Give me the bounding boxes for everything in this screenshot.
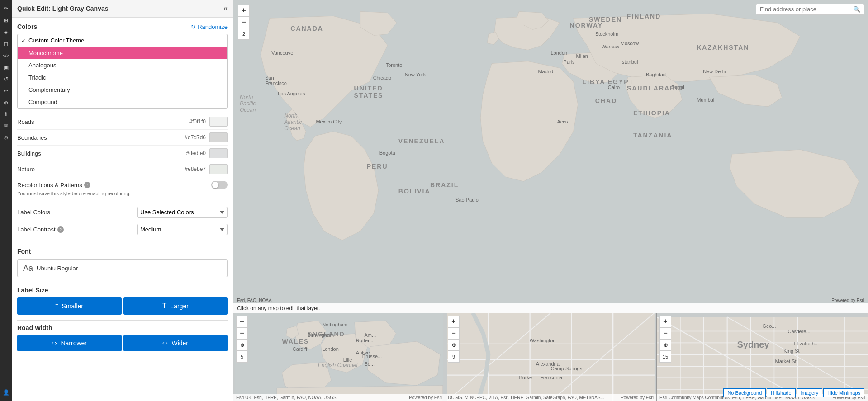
europe-zoom-in[interactable]: + [236,316,248,327]
checkmark-icon: ✓ [21,38,26,44]
wash-locate[interactable]: ⊕ [448,339,460,351]
nature-color-row: Nature #e8ebe7 [17,161,228,177]
tab-imagery[interactable]: Imagery [797,388,823,397]
road-width-section: Road Width ⇔ Narrower ⇔ Wider [17,324,228,351]
europe-minimap-svg [233,313,445,401]
tab-hillshade[interactable]: Hillshade [767,388,795,397]
minimap-row: ENGLAND Nottingham Birmingham Cardiff Lo… [233,313,868,401]
label-colors-row: Label Colors Use Selected Colors Use Ori… [17,204,228,221]
dropdown-item-triadic[interactable]: Triadic [18,71,227,84]
road-width-divider [17,320,228,321]
sydney-zoom-in[interactable]: + [659,316,671,327]
wash-zoom-in[interactable]: + [448,316,460,327]
europe-locate[interactable]: ⊕ [236,339,248,351]
main-attribution: Esri, FAO, NOAA [237,298,272,303]
map-container[interactable]: CANADA UNITEDSTATES BRAZIL VENEZUELA PER… [233,0,868,401]
road-width-buttons: ⇔ Narrower ⇔ Wider [17,335,228,351]
sydney-zoom-out[interactable]: − [659,327,671,339]
label-size-section: Label Size T Smaller T Larger [17,287,228,315]
panel-title: Quick Edit: Light Gray Canvas [17,5,109,12]
shapes-icon[interactable]: ◻ [1,39,11,49]
smaller-button[interactable]: T Smaller [17,297,122,315]
narrower-icon: ⇔ [52,340,57,347]
recolor-help-icon[interactable]: ? [84,182,90,188]
label-contrast-help-icon[interactable]: ? [57,226,64,233]
sydney-locate[interactable]: ⊕ [659,339,671,351]
tab-hide-minimaps[interactable]: Hide Minimaps [823,388,864,397]
europe-map-controls: + − ⊕ 5 [236,316,248,363]
font-divider [17,244,228,244]
label-colors-select[interactable]: Use Selected Colors Use Original Colors … [137,207,228,218]
label-colors-label: Label Colors [17,209,137,216]
dropdown-header[interactable]: ✓ Custom Color Theme [18,34,227,47]
recolor-toggle[interactable] [211,181,228,189]
buildings-swatch[interactable] [209,148,228,158]
narrower-label: Narrower [61,340,87,347]
color-theme-dropdown[interactable]: ✓ Custom Color Theme Monochrome Analogou… [17,34,228,109]
mail-icon[interactable]: ✉ [1,121,11,131]
world-map-svg [233,0,868,313]
layers-icon[interactable]: ⊞ [1,15,11,25]
roads-label: Roads [17,118,189,125]
buildings-color-row: Buildings #dedfe0 [17,146,228,161]
rotate-icon[interactable]: ↺ [1,74,11,84]
roads-hex: #f0f1f0 [189,118,206,125]
sydney-zoom-level: 15 [659,351,671,363]
minimap-europe[interactable]: ENGLAND Nottingham Birmingham Cardiff Lo… [233,313,445,401]
undo-icon[interactable]: ↩ [1,86,11,96]
save-icon[interactable]: ▣ [1,62,11,72]
left-sidebar: ✏ ⊞ ◈ ◻ </> ▣ ↺ ↩ ⊕ ℹ ✉ ⚙ 👤 [0,0,12,401]
paint-icon[interactable]: ◈ [1,27,11,37]
settings-icon[interactable]: ⚙ [1,133,11,143]
collapse-button[interactable]: « [223,5,228,13]
boundaries-label: Boundaries [17,134,185,141]
europe-minimap-info: Esri UK, Esri, HERE, Garmin, FAO, NOAA, … [233,394,445,401]
dropdown-item-analogous[interactable]: Analogous [18,59,227,71]
minimap-washington[interactable]: Washington Alexandria Camp Springs Franc… [445,313,657,401]
map-search-bar[interactable]: 🔍 [756,4,864,15]
randomize-button[interactable]: ↻ Randomize [191,24,228,30]
narrower-button[interactable]: ⇔ Narrower [17,335,122,351]
europe-zoom-out[interactable]: − [236,327,248,339]
smaller-icon: T [55,304,58,309]
europe-attribution: Esri UK, Esri, HERE, Garmin, FAO, NOAA, … [236,395,337,400]
boundaries-color-row: Boundaries #d7d7d6 [17,130,228,146]
map-click-hint: Click on any map to edit that layer. [233,303,868,313]
randomize-icon: ↻ [191,24,196,30]
wider-button[interactable]: ⇔ Wider [123,335,228,351]
buildings-label: Buildings [17,150,186,157]
code-icon[interactable]: </> [1,51,11,61]
tab-no-background[interactable]: No Background [723,388,766,397]
pencil-icon[interactable]: ✏ [1,4,11,14]
wash-zoom-out[interactable]: − [448,327,460,339]
label-size-buttons: T Smaller T Larger [17,297,228,315]
minimap-sydney[interactable]: Sydney Castlere... Elizabeth... King St … [657,313,868,401]
dropdown-item-compound[interactable]: Compound [18,96,227,108]
label-contrast-label: Label Contrast [17,226,56,233]
info-icon[interactable]: ℹ [1,109,11,119]
smaller-label: Smaller [62,302,83,310]
wider-label: Wider [171,340,188,347]
quick-edit-panel: Quick Edit: Light Gray Canvas « Colors ↻… [12,0,233,401]
zoom-in-button[interactable]: + [238,5,250,16]
roads-swatch[interactable] [209,117,228,127]
map-search-input[interactable] [760,6,853,13]
bottom-tabs: No Background Hillshade Imagery Hide Min… [723,388,864,397]
user-icon[interactable]: 👤 [1,387,11,397]
dropdown-item-complementary[interactable]: Complementary [18,84,227,96]
larger-button[interactable]: T Larger [123,297,228,315]
location-icon[interactable]: ⊕ [1,98,11,108]
road-width-title: Road Width [17,324,228,331]
nature-swatch[interactable] [209,164,228,174]
dropdown-item-monochrome[interactable]: Monochrome [18,47,227,59]
washington-attribution-right: Powered by Esri [621,395,654,400]
main-map[interactable]: CANADA UNITEDSTATES BRAZIL VENEZUELA PER… [233,0,868,313]
boundaries-swatch[interactable] [209,132,228,142]
larger-label: Larger [170,302,188,310]
europe-attribution-right: Powered by Esri [409,395,442,400]
font-preview[interactable]: Aa Ubuntu Regular [17,259,228,277]
label-contrast-select[interactable]: Low Medium High [137,224,228,235]
zoom-out-button[interactable]: − [238,16,250,28]
recolor-section: Recolor Icons & Patterns ? You must save… [17,177,228,200]
colors-label: Colors [17,23,37,30]
